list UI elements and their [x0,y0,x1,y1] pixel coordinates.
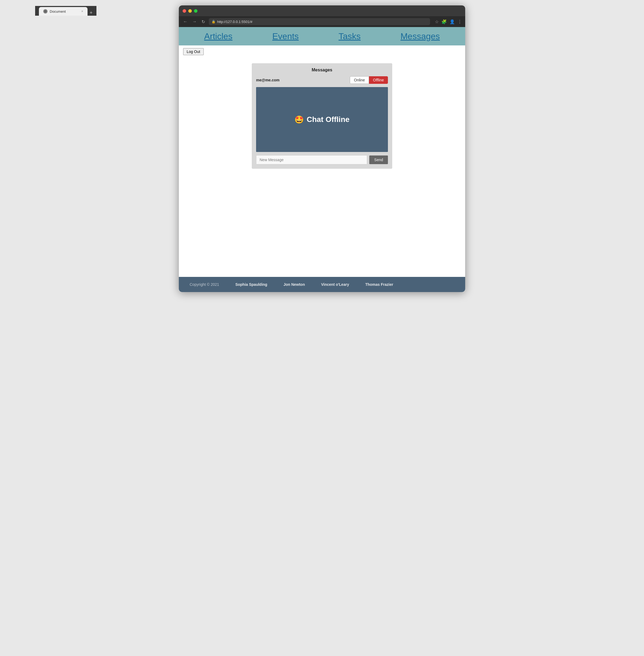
logout-button[interactable]: Log Out [183,48,204,55]
nav-events[interactable]: Events [272,31,299,41]
footer-name-2[interactable]: Vincent o'Leary [321,282,349,287]
chat-offline-label: Chat Offline [306,115,349,124]
nav-tasks[interactable]: Tasks [339,31,361,41]
online-button[interactable]: Online [350,76,369,84]
footer-name-1[interactable]: Jon Newton [283,282,305,287]
messages-header: me@me.com Online Offline [256,76,388,84]
new-message-input[interactable] [256,155,367,165]
messages-panel: Messages me@me.com Online Offline 🤩 Chat… [252,63,392,169]
url-text: http://127.0.0.1:5501/# [217,20,252,24]
refresh-button[interactable]: ↻ [201,18,206,25]
address-field[interactable]: 🔒 http://127.0.0.1:5501/# [209,18,430,25]
messages-title: Messages [256,68,388,72]
main-area: Messages me@me.com Online Offline 🤩 Chat… [179,58,465,277]
chat-offline-indicator: 🤩 Chat Offline [295,115,349,124]
bookmark-icon[interactable]: ☆ [435,19,439,24]
forward-button[interactable]: → [191,18,198,25]
message-input-row: Send [256,155,388,165]
browser-window: Document × + ← → ↻ 🔒 http://127.0.0.1:55… [179,5,465,292]
menu-icon[interactable]: ⋮ [458,19,462,24]
close-button[interactable] [183,9,186,13]
nav-bar: Articles Events Tasks Messages [179,27,465,45]
nav-messages[interactable]: Messages [400,31,440,41]
nav-articles[interactable]: Articles [204,31,233,41]
send-button[interactable]: Send [369,155,388,164]
page-content: Articles Events Tasks Messages Log Out M… [179,27,465,292]
maximize-button[interactable] [194,9,198,13]
footer: Copyright © 2021 Sophia Spaulding Jon Ne… [179,277,465,292]
footer-name-0[interactable]: Sophia Spaulding [235,282,267,287]
logout-bar: Log Out [179,45,465,58]
footer-copyright: Copyright © 2021 [190,282,219,287]
footer-names: Sophia Spaulding Jon Newton Vincent o'Le… [235,282,454,287]
minimize-button[interactable] [188,9,192,13]
status-buttons: Online Offline [350,76,388,84]
footer-name-3[interactable]: Thomas Frazier [365,282,393,287]
profile-icon[interactable]: 👤 [450,19,455,24]
browser-actions: ☆ 🧩 👤 ⋮ [435,19,462,24]
back-button[interactable]: ← [182,18,188,25]
chat-offline-emoji: 🤩 [295,115,304,124]
lock-icon: 🔒 [211,20,215,23]
chat-area: 🤩 Chat Offline [256,87,388,152]
extension-icon[interactable]: 🧩 [441,19,447,24]
user-email: me@me.com [256,78,280,82]
browser-titlebar: Document × + [179,5,465,16]
offline-button[interactable]: Offline [369,76,388,84]
address-bar: ← → ↻ 🔒 http://127.0.0.1:5501/# ☆ 🧩 👤 ⋮ [179,16,465,27]
